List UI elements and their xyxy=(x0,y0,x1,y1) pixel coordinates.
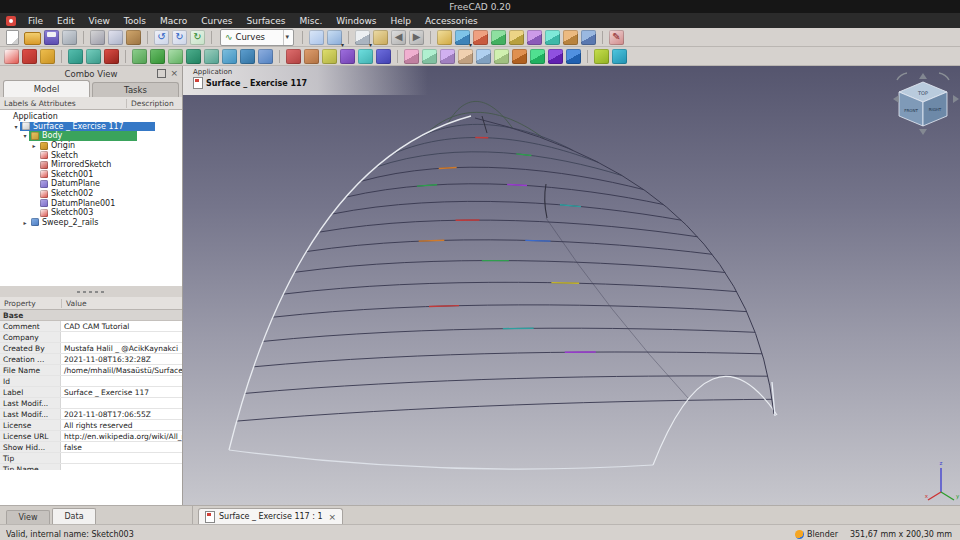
nav-back-icon[interactable]: ◀ xyxy=(391,30,406,45)
tree-item-surface-exercise-117[interactable]: ▾Surface _ Exercise 117 xyxy=(0,122,182,132)
open-file-icon[interactable] xyxy=(24,32,41,45)
property-row-comment[interactable]: CommentCAD CAM Tutorial xyxy=(0,321,182,332)
sketcher-mirror-icon[interactable] xyxy=(40,49,55,64)
curves-op-5-icon[interactable] xyxy=(358,49,373,64)
nav-forward-icon[interactable]: ▶ xyxy=(409,30,424,45)
curve-split-icon[interactable] xyxy=(222,49,237,64)
overlay-document-item[interactable]: Surface _ Exercise 117 xyxy=(193,77,428,89)
view-iso-icon[interactable] xyxy=(581,30,596,45)
view-fit-icon[interactable] xyxy=(437,30,452,45)
property-value[interactable]: false xyxy=(61,443,182,452)
tree-item-sketch003[interactable]: Sketch003 xyxy=(0,208,182,218)
tab-view[interactable]: View xyxy=(6,510,50,524)
map-sketch-icon[interactable] xyxy=(104,49,119,64)
navcube-arrow-right-icon[interactable] xyxy=(953,95,959,103)
redo-icon[interactable]: ↻ xyxy=(172,30,187,45)
document-tab[interactable]: Surface _ Exercise 117 : 1 × xyxy=(198,508,343,524)
curve-join-icon[interactable] xyxy=(204,49,219,64)
view-left-icon[interactable] xyxy=(563,30,578,45)
menu-accessories[interactable]: Accessories xyxy=(418,16,485,26)
blender-addon-chip[interactable]: Blender xyxy=(795,530,838,539)
tree-item-origin[interactable]: ▸Origin xyxy=(0,141,182,151)
float-panel-icon[interactable] xyxy=(157,69,166,78)
undo-icon[interactable]: ↺ xyxy=(154,30,169,45)
tree-item-sketch[interactable]: Sketch xyxy=(0,150,182,160)
property-row-show-hid-[interactable]: Show Hid...false xyxy=(0,442,182,453)
fit-all-icon[interactable]: ▾ xyxy=(327,30,342,45)
view-axonometric-icon[interactable]: ▾ xyxy=(455,30,470,45)
curves-op-6-icon[interactable] xyxy=(376,49,391,64)
property-row-company[interactable]: Company xyxy=(0,332,182,343)
property-row-tip[interactable]: Tip xyxy=(0,453,182,464)
tree-item-mirroredsketch[interactable]: MirroredSketch xyxy=(0,160,182,170)
refresh-icon[interactable]: ↻ xyxy=(190,30,205,45)
property-row-created-by[interactable]: Created ByMustafa Halil _ @AcikKaynakci xyxy=(0,343,182,354)
navigation-cube[interactable]: TOP FRONT RIGHT xyxy=(893,73,959,135)
property-row-label[interactable]: LabelSurface _ Exercise 117 xyxy=(0,387,182,398)
menu-misc[interactable]: Misc. xyxy=(293,16,330,26)
measure-icon[interactable]: ✎ xyxy=(609,30,624,45)
surface-segment-icon[interactable] xyxy=(458,49,473,64)
property-row-license[interactable]: LicenseAll rights reserved xyxy=(0,420,182,431)
workbench-selector[interactable]: ∿Curves▾ xyxy=(220,29,294,46)
close-panel-icon[interactable]: × xyxy=(170,69,178,78)
save-icon[interactable] xyxy=(44,30,59,45)
tree-item-application[interactable]: Application xyxy=(0,112,182,122)
property-value[interactable]: Mustafa Halil _ @AcikKaynakci xyxy=(61,344,182,353)
property-row-creation-[interactable]: Creation ...2021-11-08T16:32:28Z xyxy=(0,354,182,365)
property-group-base[interactable]: Base xyxy=(0,310,182,321)
curve-blend-icon[interactable] xyxy=(168,49,183,64)
surface-trim-icon[interactable] xyxy=(476,49,491,64)
curves-op-2-icon[interactable] xyxy=(304,49,319,64)
copy-icon[interactable] xyxy=(108,30,123,45)
surface-gordon-icon[interactable] xyxy=(440,49,455,64)
property-value[interactable]: All rights reserved xyxy=(61,421,182,430)
menu-view[interactable]: View xyxy=(82,16,117,26)
property-value[interactable]: 2021-11-08T17:06:55Z xyxy=(61,410,182,419)
3d-viewport[interactable]: TOP FRONT RIGHT z x y xyxy=(183,66,960,505)
surface-extend-icon[interactable] xyxy=(512,49,527,64)
curve-isocurve-icon[interactable] xyxy=(258,49,273,64)
surface-patch-icon[interactable] xyxy=(530,49,545,64)
navcube-arrow-left-icon[interactable] xyxy=(893,95,899,103)
view-front-icon[interactable] xyxy=(473,30,488,45)
selection-icon[interactable] xyxy=(373,30,388,45)
surface-sweep-icon[interactable] xyxy=(404,49,419,64)
paste-icon[interactable] xyxy=(126,30,141,45)
menu-file[interactable]: File xyxy=(21,16,50,26)
property-value[interactable]: 2021-11-08T16:32:28Z xyxy=(61,355,182,364)
tab-tasks[interactable]: Tasks xyxy=(92,82,179,97)
tree-item-sketch002[interactable]: Sketch002 xyxy=(0,189,182,199)
surface-loft-icon[interactable] xyxy=(422,49,437,64)
navcube-rotate-cw-icon[interactable] xyxy=(939,73,949,80)
menu-edit[interactable]: Edit xyxy=(50,16,81,26)
menu-macro[interactable]: Macro xyxy=(153,16,194,26)
tree-item-sweep-2-rails[interactable]: ▸Sweep_2_rails xyxy=(0,218,182,228)
sketcher-edit-sketch-icon[interactable] xyxy=(22,49,37,64)
draw-style-icon[interactable]: ▾ xyxy=(355,30,370,45)
tab-model[interactable]: Model xyxy=(3,80,90,97)
curves-op-1-icon[interactable] xyxy=(286,49,301,64)
print-icon[interactable] xyxy=(62,30,77,45)
curve-line-icon[interactable] xyxy=(132,49,147,64)
expander-icon[interactable]: ▸ xyxy=(30,142,38,149)
menu-curves[interactable]: Curves xyxy=(194,16,239,26)
menu-windows[interactable]: Windows xyxy=(329,16,383,26)
datum-plane-alt-icon[interactable] xyxy=(86,49,101,64)
property-row-license-url[interactable]: License URLhttp://en.wikipedia.org/wiki/… xyxy=(0,431,182,442)
navcube-rotate-ccw-icon[interactable] xyxy=(897,73,907,80)
curves-op-4-icon[interactable] xyxy=(340,49,355,64)
curve-extend-icon[interactable] xyxy=(240,49,255,64)
view-bottom-icon[interactable] xyxy=(545,30,560,45)
property-row-last-modif-[interactable]: Last Modif...2021-11-08T17:06:55Z xyxy=(0,409,182,420)
menu-surfaces[interactable]: Surfaces xyxy=(240,16,293,26)
close-tab-icon[interactable]: × xyxy=(329,512,337,522)
tree-item-datumplane[interactable]: DatumPlane xyxy=(0,179,182,189)
property-value[interactable]: Surface _ Exercise 117 xyxy=(61,388,182,397)
3d-model-canvas[interactable]: TOP FRONT RIGHT z x y xyxy=(183,66,960,505)
surface-map-icon[interactable] xyxy=(566,49,581,64)
property-value[interactable]: http://en.wikipedia.org/wiki/All_rights_… xyxy=(61,432,182,441)
expander-icon[interactable]: ▸ xyxy=(21,219,29,226)
expander-icon[interactable]: ▾ xyxy=(12,123,20,130)
property-row-file-name[interactable]: File Name/home/mhalil/Masaüstü/Surface _… xyxy=(0,365,182,376)
